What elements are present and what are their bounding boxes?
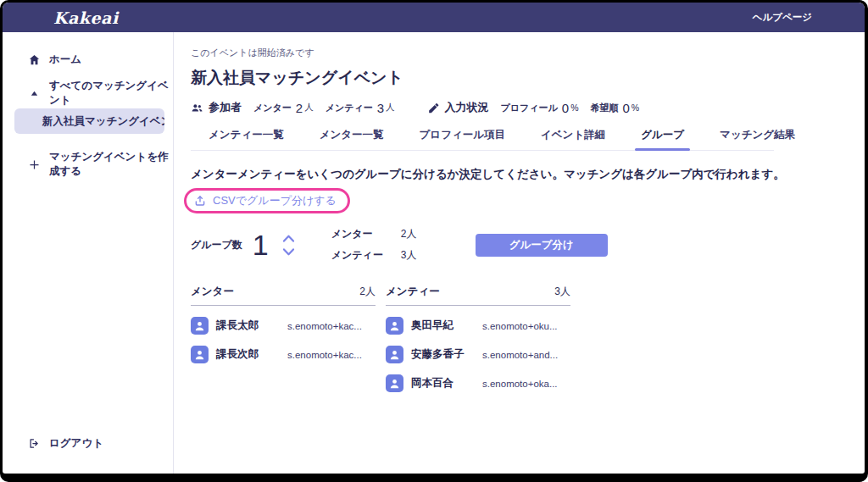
mentor-list-count: 2人	[359, 285, 376, 299]
input-status-label: 入力状況	[445, 100, 489, 115]
group-member-counts: メンター 2人 メンティー 3人	[331, 227, 440, 263]
increment-button[interactable]	[281, 234, 296, 243]
sidebar: ホーム すべてのマッチングイベント 新入社員マッチングイベン... マッチングイ…	[3, 32, 174, 474]
person-email: s.enomoto+kac...	[287, 321, 362, 331]
tab-event-details[interactable]: イベント詳細	[523, 128, 623, 150]
list-item: 課長次郎 s.enomoto+kac...	[191, 346, 376, 363]
person-email: s.enomoto+and...	[482, 350, 558, 360]
people-icon	[191, 102, 203, 114]
csv-link-label: CSVでグループ分けする	[213, 193, 337, 208]
person-name: 岡本百合	[411, 376, 482, 391]
mentor-list-header: メンター 2人	[191, 285, 376, 306]
person-email: s.enomoto+oku...	[482, 321, 558, 331]
tab-group[interactable]: グループ	[623, 128, 702, 150]
group-settings-row: グループ数 1 メンター 2人	[191, 227, 865, 263]
page-title: 新入社員マッチングイベント	[191, 67, 865, 89]
list-item: 安藤多香子 s.enomoto+and...	[386, 346, 570, 363]
wish-order-label: 希望順	[590, 102, 618, 114]
person-name: 課長次郎	[216, 347, 287, 362]
person-name: 奥田早紀	[411, 319, 482, 333]
group-count-value: 1	[253, 230, 269, 259]
mentee-list: メンティー 3人 奥田早紀 s.enomoto+oku... 安藤多香子 s.e…	[386, 285, 570, 392]
mentor-total-row: メンター 2人	[331, 227, 440, 241]
group-instruction-text: メンターメンティーをいくつのグループに分けるか決定してください。マッチングは各グ…	[191, 167, 865, 182]
tab-mentor-list[interactable]: メンター一覧	[302, 128, 402, 150]
sidebar-item-all-events-label: すべてのマッチングイベント	[49, 79, 173, 108]
logout-label: ログアウト	[49, 436, 103, 451]
csv-highlight-annotation: CSVでグループ分けする	[184, 188, 350, 213]
mentor-list: メンター 2人 課長太郎 s.enomoto+kac... 課長次郎 s.eno…	[191, 285, 376, 392]
caret-up-icon	[28, 87, 41, 100]
group-count-stepper	[281, 234, 296, 257]
mentee-list-header: メンティー 3人	[386, 285, 570, 306]
tab-mentee-list[interactable]: メンティー一覧	[191, 128, 302, 150]
help-page-link[interactable]: ヘルプページ	[753, 11, 812, 24]
group-divide-button[interactable]: グループ分け	[476, 234, 608, 257]
avatar-icon	[386, 346, 403, 363]
upload-icon	[193, 194, 207, 208]
list-item: 岡本百合 s.enomoto+oka...	[386, 374, 570, 392]
avatar-icon	[386, 317, 403, 335]
logout-icon	[28, 437, 41, 450]
home-icon	[28, 53, 41, 66]
list-item: 奥田早紀 s.enomoto+oku...	[386, 317, 570, 335]
app-window: Kakeai ヘルプページ ホーム すべてのマッチングイベント	[3, 3, 865, 474]
mentor-count-value: 2	[296, 101, 303, 115]
sidebar-item-create-event-label: マッチングイベントを作成する	[49, 150, 173, 179]
chevron-down-icon	[281, 247, 296, 257]
sidebar-item-home-label: ホーム	[49, 53, 81, 67]
mentor-total-value: 2人	[401, 227, 417, 241]
profile-progress-value: 0	[562, 101, 569, 115]
mentee-count-label: メンティー	[326, 102, 373, 114]
group-count-label: グループ数	[191, 238, 242, 252]
mentee-total-label: メンティー	[331, 248, 401, 263]
tab-matching-results[interactable]: マッチング結果	[702, 128, 813, 150]
tab-profile-items[interactable]: プロフィール項目	[402, 128, 523, 150]
logout-button[interactable]: ログアウト	[3, 431, 103, 455]
person-email: s.enomoto+oka...	[482, 379, 558, 389]
decrement-button[interactable]	[281, 247, 296, 257]
main-content: このイベントは開始済みです 新入社員マッチングイベント 参加者 メンター 2 人…	[174, 32, 865, 474]
avatar-icon	[191, 317, 209, 335]
screenshot-frame: Kakeai ヘルプページ ホーム すべてのマッチングイベント	[0, 0, 868, 482]
sidebar-item-create-event[interactable]: マッチングイベントを作成する	[3, 152, 173, 176]
person-name: 安藤多香子	[411, 347, 482, 362]
app-body: ホーム すべてのマッチングイベント 新入社員マッチングイベン... マッチングイ…	[3, 32, 865, 474]
sidebar-item-home[interactable]: ホーム	[3, 47, 173, 71]
chevron-up-icon	[281, 234, 296, 243]
list-item: 課長太郎 s.enomoto+kac...	[191, 317, 376, 335]
sidebar-item-current-event-label: 新入社員マッチングイベン...	[42, 114, 164, 129]
avatar-icon	[191, 346, 209, 363]
member-lists: メンター 2人 課長太郎 s.enomoto+kac... 課長次郎 s.eno…	[191, 285, 865, 392]
wish-order-value: 0	[622, 101, 629, 115]
wish-order-unit: %	[632, 102, 639, 113]
mentee-total-value: 3人	[401, 248, 417, 263]
sidebar-item-all-events[interactable]: すべてのマッチングイベント	[3, 81, 173, 105]
mentee-list-count: 3人	[554, 285, 570, 299]
event-status-text: このイベントは開始済みです	[191, 47, 865, 59]
person-name: 課長太郎	[216, 319, 287, 333]
csv-group-split-link[interactable]: CSVでグループ分けする	[193, 193, 337, 208]
person-email: s.enomoto+kac...	[287, 350, 362, 360]
profile-progress-unit: %	[570, 102, 578, 113]
pencil-icon	[427, 102, 440, 114]
mentor-list-title: メンター	[191, 285, 234, 299]
app-logo: Kakeai	[53, 8, 119, 27]
mentee-count-value: 3	[377, 101, 384, 115]
event-meta-row: 参加者 メンター 2 人 メンティー 3 人 入力状況 プロフィール 0 % 希…	[191, 100, 865, 115]
tab-bar: メンティー一覧 メンター一覧 プロフィール項目 イベント詳細 グループ マッチン…	[191, 128, 774, 151]
mentee-count-unit: 人	[386, 102, 395, 114]
sidebar-item-current-event[interactable]: 新入社員マッチングイベン...	[14, 108, 164, 134]
profile-progress-label: プロフィール	[501, 102, 558, 114]
mentee-list-title: メンティー	[386, 285, 440, 299]
mentor-count-unit: 人	[304, 102, 314, 114]
mentor-count-label: メンター	[253, 102, 292, 114]
plus-icon	[28, 158, 41, 171]
app-header: Kakeai ヘルプページ	[3, 3, 865, 32]
mentor-total-label: メンター	[331, 227, 401, 241]
avatar-icon	[386, 374, 403, 392]
mentee-total-row: メンティー 3人	[331, 248, 440, 263]
participants-label: 参加者	[209, 100, 242, 115]
